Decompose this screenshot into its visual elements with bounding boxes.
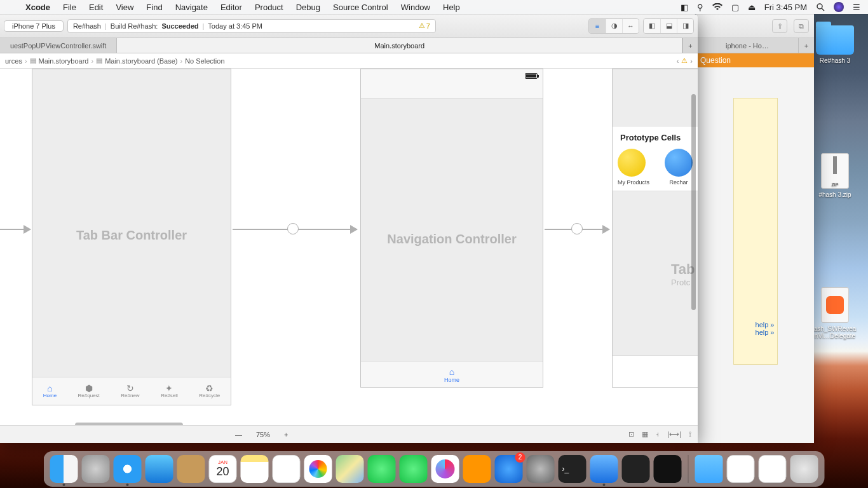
calendar-icon[interactable]: JAN20 — [209, 455, 237, 483]
ib-canvas[interactable]: Tab Bar Controller ⌂Home⬢Re#quest↻Re#new… — [0, 69, 698, 425]
swift-file-item[interactable]: ash_SWRevea nVi…Delegate — [810, 287, 860, 339]
tab-bar[interactable]: ⌂Home⬢Re#quest↻Re#new✦Re#sell♻Re#cycle — [32, 377, 231, 405]
siri-icon[interactable] — [834, 2, 844, 12]
safari-window[interactable]: ⇧ ⧉ iphone - Ho… + Question help » help … — [696, 14, 814, 443]
tab-bar-item[interactable]: ⌂ Home — [361, 362, 543, 387]
tab-bar-item[interactable]: ⌂Home — [43, 384, 57, 398]
crumb-2[interactable]: Main.storyboard (Base) — [105, 57, 177, 65]
back-button[interactable]: ‹ — [677, 57, 679, 65]
notification-center-icon[interactable]: ☰ — [853, 3, 860, 12]
safari-tab[interactable]: iphone - Ho… — [696, 38, 799, 53]
zip-item[interactable]: ZIP #hash 3.zip — [810, 153, 860, 198]
prototype-cell[interactable]: My Products — [618, 149, 649, 186]
xcode-icon[interactable] — [590, 455, 618, 483]
crumb-1[interactable]: Main.storyboard — [39, 57, 89, 65]
menu-debug[interactable]: Debug — [290, 3, 327, 12]
menu-edit[interactable]: Edit — [83, 3, 109, 12]
zoom-level[interactable]: 75% — [256, 431, 270, 438]
photos-icon[interactable] — [304, 455, 332, 483]
menu-product[interactable]: Product — [248, 3, 290, 12]
activity-viewer[interactable]: Re#hash | Build Re#hash: Succeeded | Tod… — [67, 19, 436, 33]
clock[interactable]: Fri 3:45 PM — [764, 3, 807, 12]
zoom-in-button[interactable]: + — [284, 431, 288, 438]
help-link-2[interactable]: help » — [734, 329, 775, 336]
messages-icon[interactable] — [368, 455, 396, 483]
notes-icon[interactable] — [241, 455, 269, 483]
standard-editor-button[interactable]: ≡ — [589, 19, 606, 33]
safari-icon[interactable] — [114, 455, 142, 483]
stack-icon[interactable] — [727, 455, 755, 483]
zoom-out-button[interactable]: — — [235, 431, 242, 438]
spotlight-icon[interactable] — [816, 3, 825, 11]
safari-new-tab[interactable]: + — [799, 38, 814, 53]
tab-inactive[interactable]: uestPopUPViewController.swift — [0, 38, 117, 53]
crumb-0[interactable]: urces — [5, 57, 22, 65]
tab-bar-item[interactable]: ↻Re#new — [121, 384, 139, 398]
forward-button[interactable]: › — [690, 57, 693, 65]
canvas-tool[interactable]: |⟷| — [667, 430, 681, 438]
contacts-icon[interactable] — [177, 455, 205, 483]
segue-arrow[interactable] — [0, 229, 31, 230]
preferences-icon[interactable] — [527, 455, 555, 483]
canvas-tool[interactable]: ⟟ — [689, 430, 691, 438]
canvas-tool[interactable]: ▦ — [642, 430, 648, 438]
debug-area-toggle[interactable]: ⬓ — [660, 19, 677, 33]
menu-source-control[interactable]: Source Control — [327, 3, 395, 12]
wifi-icon[interactable] — [712, 3, 722, 11]
help-link-1[interactable]: help » — [734, 321, 775, 329]
issues-icon[interactable]: ⚠ — [681, 57, 688, 65]
new-tab-button[interactable]: + — [682, 38, 698, 53]
tab-bar-item[interactable]: ♻Re#cycle — [199, 384, 220, 398]
tab-bar-controller-scene[interactable]: Tab Bar Controller ⌂Home⬢Re#quest↻Re#new… — [32, 69, 231, 405]
prototype-cell[interactable]: Rechar — [665, 149, 693, 186]
scheme-selector[interactable]: iPhone 7 Plus — [4, 20, 64, 32]
utilities-toggle[interactable]: ◨ — [677, 19, 693, 33]
crumb-3[interactable]: No Selection — [185, 57, 224, 65]
menu-find[interactable]: Find — [140, 3, 168, 12]
bluetooth-icon[interactable]: ⚲ — [697, 3, 703, 12]
canvas-tool[interactable]: ⊡ — [628, 430, 634, 438]
terminal-icon[interactable]: ›_ — [559, 455, 587, 483]
app-menu[interactable]: Xcode — [19, 3, 57, 12]
share-button[interactable]: ⇧ — [772, 19, 787, 33]
segue-arrow[interactable] — [545, 229, 609, 230]
ask-question-button[interactable]: Question — [696, 53, 814, 67]
tray-icon[interactable]: ◧ — [681, 3, 688, 12]
finder-icon[interactable] — [50, 455, 78, 483]
facetime-icon[interactable] — [400, 455, 428, 483]
launchpad-icon[interactable] — [82, 455, 110, 483]
reminders-icon[interactable] — [273, 455, 301, 483]
menu-help[interactable]: Help — [437, 3, 466, 12]
menu-view[interactable]: View — [109, 3, 140, 12]
menu-file[interactable]: File — [57, 3, 83, 12]
navigation-controller-scene[interactable]: Navigation Controller ⌂ Home — [360, 69, 543, 388]
vertical-scrollbar[interactable] — [691, 94, 696, 310]
downloads-icon[interactable] — [695, 455, 723, 483]
itunes-icon[interactable] — [431, 455, 459, 483]
assistant-editor-button[interactable]: ◑ — [606, 19, 622, 33]
tab-bar-item[interactable]: ⬢Re#quest — [78, 384, 100, 398]
instruments-icon[interactable] — [622, 455, 650, 483]
jump-bar[interactable]: urces› ▤ Main.storyboard› ▤ Main.storybo… — [0, 53, 698, 69]
trash-icon[interactable] — [790, 455, 818, 483]
maps-icon[interactable] — [336, 455, 364, 483]
stack-icon[interactable] — [759, 455, 787, 483]
airplay-icon[interactable]: ▢ — [731, 3, 739, 12]
menu-window[interactable]: Window — [395, 3, 437, 12]
navigation-bar[interactable] — [361, 69, 543, 98]
segue-arrow[interactable] — [233, 229, 357, 230]
tab-bar-item[interactable]: ✦Re#sell — [161, 384, 178, 398]
appstore-icon[interactable]: 2 — [495, 455, 523, 483]
folder-item[interactable]: Re#hash 3 — [810, 25, 860, 64]
menu-editor[interactable]: Editor — [214, 3, 248, 12]
menu-navigate[interactable]: Navigate — [169, 3, 214, 12]
canvas-tool[interactable]: ⫞ — [656, 430, 660, 438]
navigator-toggle[interactable]: ◧ — [644, 19, 660, 33]
table-view-scene[interactable]: Prototype Cells My ProductsRechar Tab Pr… — [612, 69, 698, 388]
version-editor-button[interactable]: ↔ — [622, 19, 639, 33]
warning-indicator[interactable]: ⚠ 7 — [419, 22, 430, 30]
activity-monitor-icon[interactable] — [654, 455, 682, 483]
ibooks-icon[interactable] — [463, 455, 491, 483]
tab-active[interactable]: Main.storyboard — [117, 38, 682, 53]
mail-icon[interactable] — [146, 455, 173, 483]
